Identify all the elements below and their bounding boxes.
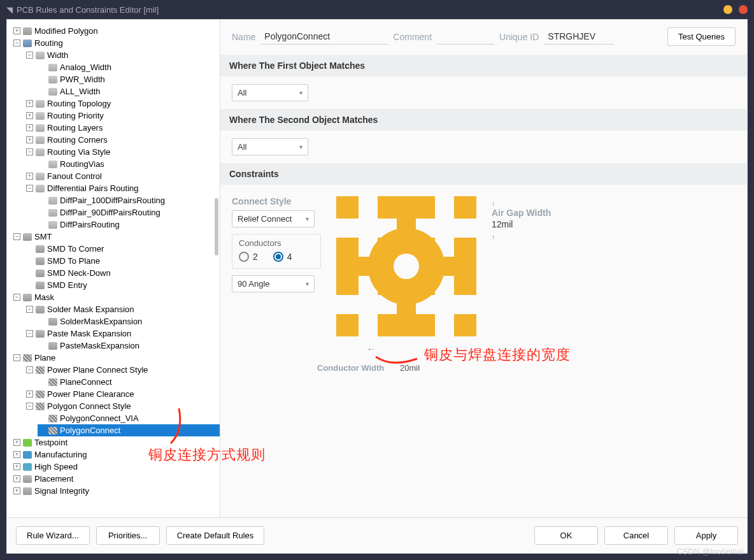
comment-input[interactable] xyxy=(437,29,494,45)
tree-item-polygonconnect[interactable]: PolygonConnect xyxy=(38,424,220,436)
watermark: CSDN @luobeihai xyxy=(677,547,744,556)
test-queries-button[interactable]: Test Queries xyxy=(667,27,736,46)
rule-editor-panel: Name Comment Unique ID Test Queries Wher… xyxy=(220,20,747,517)
chevron-down-icon: ▾ xyxy=(306,215,309,222)
uid-label: Unique ID xyxy=(499,32,539,42)
radio-conductors-4[interactable]: 4 xyxy=(273,252,292,262)
comment-label: Comment xyxy=(393,32,432,42)
chevron-down-icon: ▾ xyxy=(299,89,302,96)
tree-scrollbar[interactable] xyxy=(215,198,218,255)
first-match-select[interactable]: All▾ xyxy=(232,84,308,101)
annotation-text: 铜皮与焊盘连接的宽度 xyxy=(424,345,571,364)
arrow-icon: ← xyxy=(367,344,375,354)
name-input[interactable] xyxy=(260,29,388,45)
rule-wizard-button[interactable]: Rule Wizard... xyxy=(16,526,90,545)
arrow-icon: ↓ xyxy=(492,199,551,206)
minimize-button[interactable] xyxy=(723,5,732,14)
create-default-button[interactable]: Create Default Rules xyxy=(166,526,265,545)
section-where-second: Where The Second Object Matches xyxy=(220,109,747,131)
apply-button[interactable]: Apply xyxy=(674,526,738,545)
section-constraints: Constraints xyxy=(220,163,747,185)
second-match-select[interactable]: All▾ xyxy=(232,138,308,155)
app-icon: ◥ xyxy=(6,5,13,15)
annotation-text: 铜皮连接方式规则 xyxy=(148,445,266,464)
air-gap-value: 12mil xyxy=(492,219,551,229)
rules-tree[interactable]: +Modified Polygon −Routing −Width Analog… xyxy=(7,20,220,517)
ok-button[interactable]: OK xyxy=(534,526,598,545)
window-title: PCB Rules and Constraints Editor [mil] xyxy=(17,5,159,15)
radio-conductors-2[interactable]: 2 xyxy=(239,252,258,262)
chevron-down-icon: ▾ xyxy=(306,280,309,287)
section-where-first: Where The First Object Matches xyxy=(220,55,747,76)
air-gap-label: Air Gap Width xyxy=(492,208,551,218)
connect-style-select[interactable]: Relief Connect▾ xyxy=(232,210,315,227)
connect-diagram xyxy=(336,196,476,336)
conductor-width-value: 20mil xyxy=(400,363,420,373)
arrow-icon: ↑ xyxy=(492,233,551,241)
close-button[interactable] xyxy=(739,5,748,14)
name-label: Name xyxy=(232,32,255,42)
conductors-label: Conductors xyxy=(239,238,314,248)
connect-style-label: Connect Style xyxy=(232,196,321,206)
cancel-button[interactable]: Cancel xyxy=(604,526,668,545)
priorities-button[interactable]: Priorities... xyxy=(96,526,160,545)
angle-select[interactable]: 90 Angle▾ xyxy=(232,275,315,292)
conductor-width-label: Conductor Width xyxy=(317,363,384,373)
title-bar: ◥ PCB Rules and Constraints Editor [mil] xyxy=(0,0,754,19)
uid-input[interactable] xyxy=(544,29,614,45)
chevron-down-icon: ▾ xyxy=(299,143,302,150)
